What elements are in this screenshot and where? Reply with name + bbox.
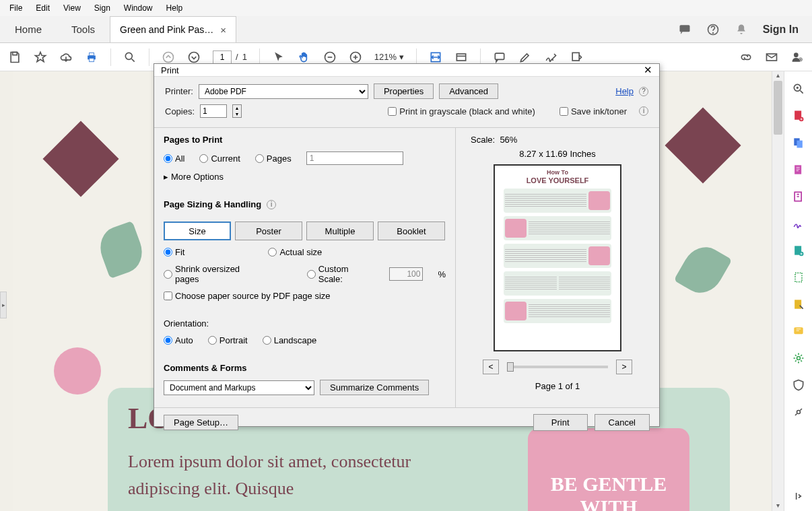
summarize-button[interactable]: Summarize Comments — [320, 380, 429, 395]
sizing-booklet-button[interactable]: Booklet — [378, 222, 445, 240]
radio-actual[interactable]: Actual size — [268, 247, 322, 257]
preview-slider[interactable] — [507, 366, 608, 368]
select-icon[interactable] — [272, 50, 285, 64]
sizing-size-button[interactable]: Size — [164, 222, 231, 240]
search-icon[interactable] — [792, 82, 805, 96]
redact-icon[interactable] — [792, 298, 805, 311]
combine-icon[interactable] — [792, 136, 805, 149]
zoom-level[interactable]: 121% ▾ — [374, 52, 404, 62]
print-icon[interactable] — [85, 50, 98, 64]
printer-select[interactable]: Adobe PDF — [199, 84, 368, 99]
properties-button[interactable]: Properties — [374, 83, 434, 99]
page-setup-button[interactable]: Page Setup… — [164, 415, 238, 430]
collapse-handle-left[interactable]: ▸ — [0, 292, 7, 318]
page-total: 1 — [242, 52, 247, 62]
grayscale-checkbox[interactable]: Print in grayscale (black and white) — [388, 106, 535, 116]
star-icon[interactable] — [34, 50, 47, 64]
radio-fit[interactable]: Fit — [164, 247, 184, 257]
fit-width-icon[interactable] — [429, 50, 442, 64]
copies-spinner[interactable]: ▲▼ — [232, 104, 242, 118]
tab-close-icon[interactable]: × — [220, 24, 226, 36]
svg-rect-14 — [495, 53, 504, 59]
close-icon[interactable]: ✕ — [644, 64, 652, 76]
share-person-icon[interactable] — [790, 50, 804, 64]
scroll-down-arrow[interactable]: ▾ — [772, 502, 784, 511]
radio-all[interactable]: All — [164, 154, 184, 164]
page-current-input[interactable] — [213, 50, 232, 64]
radio-current[interactable]: Current — [199, 154, 240, 164]
chat-icon[interactable] — [678, 23, 691, 36]
svg-rect-6 — [90, 58, 94, 61]
advanced-button[interactable]: Advanced — [439, 83, 498, 99]
dialog-titlebar: Print ✕ — [154, 64, 659, 77]
sizing-info-icon[interactable]: i — [267, 200, 276, 209]
compress-icon[interactable] — [792, 271, 805, 284]
scroll-thumb[interactable] — [774, 81, 782, 135]
hand-icon[interactable] — [298, 50, 311, 64]
tab-home[interactable]: Home — [0, 16, 57, 42]
mail-icon[interactable] — [765, 50, 778, 64]
more-options-toggle[interactable]: ▸ More Options — [164, 172, 446, 182]
tab-document[interactable]: Green and Pink Pas… × — [110, 16, 236, 42]
menu-file[interactable]: File — [3, 1, 29, 15]
radio-portrait[interactable]: Portrait — [208, 335, 248, 345]
menu-window[interactable]: Window — [117, 1, 160, 15]
choose-source-checkbox[interactable]: Choose paper source by PDF page size — [164, 291, 446, 301]
highlight-icon[interactable] — [518, 50, 532, 64]
saveink-checkbox[interactable]: Save ink/toner — [560, 106, 627, 116]
bell-icon[interactable] — [735, 23, 748, 36]
signature-icon[interactable] — [544, 50, 557, 64]
sizing-poster-button[interactable]: Poster — [235, 222, 302, 240]
pages-range-input[interactable] — [306, 151, 403, 165]
tab-bar: Home Tools Green and Pink Pas… × Sign In — [0, 16, 812, 43]
create-pdf-icon[interactable] — [792, 109, 805, 123]
stamp-icon[interactable] — [570, 50, 583, 64]
help-info-icon[interactable]: ? — [639, 87, 648, 96]
collapse-rail-icon[interactable] — [792, 489, 805, 503]
help-link[interactable]: Help — [615, 86, 634, 96]
tab-tools[interactable]: Tools — [57, 16, 110, 42]
note-icon[interactable] — [792, 325, 805, 338]
scroll-up-arrow[interactable]: ▴ — [772, 71, 784, 81]
chevron-down-icon: ▾ — [399, 52, 404, 62]
radio-pages[interactable]: Pages — [255, 154, 292, 164]
save-icon[interactable] — [8, 50, 22, 64]
link-icon[interactable] — [739, 50, 753, 64]
copies-input[interactable] — [200, 104, 227, 118]
radio-auto[interactable]: Auto — [164, 335, 193, 345]
menu-sign[interactable]: Sign — [88, 1, 117, 15]
read-mode-icon[interactable] — [454, 50, 468, 64]
page-down-icon[interactable] — [187, 50, 201, 64]
preview-next-button[interactable]: > — [616, 360, 632, 374]
radio-shrink[interactable]: Shrink oversized pages — [164, 264, 265, 284]
export-pdf-icon[interactable] — [792, 190, 805, 203]
sizing-multiple-button[interactable]: Multiple — [306, 222, 374, 240]
cancel-button[interactable]: Cancel — [595, 414, 650, 431]
preview-prev-button[interactable]: < — [483, 360, 499, 374]
gear-icon[interactable] — [792, 351, 805, 365]
sign-icon[interactable] — [792, 217, 805, 230]
page-up-icon[interactable] — [162, 50, 175, 64]
saveink-info-icon[interactable]: i — [639, 106, 648, 116]
zoom-search-icon[interactable] — [123, 50, 137, 64]
comment-icon[interactable] — [493, 50, 506, 64]
organize-icon[interactable] — [792, 244, 805, 257]
more-tools-icon[interactable] — [792, 405, 805, 419]
radio-landscape[interactable]: Landscape — [263, 335, 317, 345]
comments-select[interactable]: Document and Markups — [164, 380, 314, 395]
vertical-scrollbar[interactable]: ▴ ▾ — [772, 71, 784, 511]
menu-help[interactable]: Help — [160, 1, 190, 15]
cloud-icon[interactable] — [59, 50, 73, 64]
radio-custom-scale[interactable]: Custom Scale: — [307, 264, 375, 284]
sign-in-button[interactable]: Sign In — [763, 24, 799, 36]
custom-scale-input[interactable] — [389, 267, 423, 281]
print-button[interactable]: Print — [533, 414, 588, 431]
help-icon[interactable] — [706, 23, 720, 36]
menu-view[interactable]: View — [57, 1, 88, 15]
zoom-in-icon[interactable] — [349, 50, 362, 64]
edit-pdf-icon[interactable] — [792, 163, 805, 176]
protect-icon[interactable] — [792, 378, 805, 392]
zoom-out-icon[interactable] — [323, 50, 337, 64]
svg-point-9 — [189, 52, 199, 62]
menu-edit[interactable]: Edit — [29, 1, 57, 15]
